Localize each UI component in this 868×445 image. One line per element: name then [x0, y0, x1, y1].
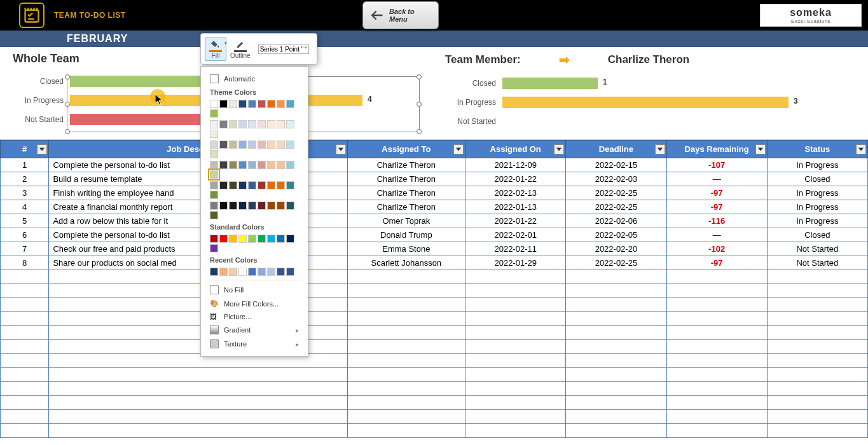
bar-fill[interactable]	[70, 114, 216, 125]
color-swatch[interactable]	[238, 235, 247, 243]
color-swatch[interactable]	[258, 235, 266, 243]
color-swatch[interactable]	[248, 235, 256, 243]
outline-button[interactable]: Outline	[226, 38, 254, 60]
color-swatch[interactable]	[277, 140, 285, 149]
table-row-empty[interactable]	[1, 424, 868, 438]
color-swatch[interactable]	[238, 140, 247, 149]
cell-st[interactable]: In Progress	[767, 158, 867, 172]
color-swatch[interactable]	[219, 140, 228, 149]
cell-on[interactable]: 2022-02-01	[465, 228, 566, 242]
filter-button[interactable]	[554, 144, 564, 154]
color-swatch[interactable]	[267, 268, 275, 276]
back-to-menu-button[interactable]: Back to Menu	[362, 1, 439, 29]
table-row-empty[interactable]	[1, 270, 868, 284]
color-swatch[interactable]	[229, 268, 237, 276]
color-swatch[interactable]	[219, 235, 228, 243]
color-swatch[interactable]	[267, 161, 275, 169]
color-swatch[interactable]	[248, 100, 256, 108]
color-swatch[interactable]	[286, 140, 294, 149]
color-swatch[interactable]	[248, 202, 256, 210]
color-swatch[interactable]	[229, 140, 237, 149]
table-row[interactable]: 7Check our free and paid productsEmma St…	[1, 242, 868, 256]
cell-to[interactable]: Charlize Theron	[347, 158, 465, 172]
table-row-empty[interactable]	[1, 368, 868, 382]
color-swatch[interactable]	[258, 202, 266, 210]
picture-option[interactable]: 🖼Picture...	[206, 310, 303, 323]
cell-days[interactable]: -116	[666, 214, 767, 228]
cell-st[interactable]: Closed	[767, 172, 867, 186]
color-swatch[interactable]	[267, 202, 275, 210]
table-row[interactable]: 1Complete the personal to-do listCharliz…	[1, 158, 868, 172]
color-swatch[interactable]	[229, 181, 237, 189]
cell-on[interactable]: 2022-01-13	[465, 200, 566, 214]
color-swatch[interactable]	[210, 150, 218, 158]
cell-dl[interactable]: 2022-02-15	[566, 158, 666, 172]
table-row[interactable]: 4Create a financial monthly reportCharli…	[1, 200, 868, 214]
cell-to[interactable]: Omer Toprak	[347, 214, 465, 228]
mini-toolbar[interactable]: Fill ▾ Outline Series 1 Point " ˅	[200, 33, 317, 65]
automatic-option[interactable]: Automatic	[206, 72, 303, 86]
color-swatch[interactable]	[210, 170, 218, 179]
cell-n[interactable]: 5	[1, 214, 49, 228]
color-swatch[interactable]	[258, 120, 266, 128]
col-assigned_to[interactable]: Assigned To	[347, 140, 465, 158]
member-chart[interactable]: Team Member: ➡ Charlize Theron Closed1In…	[432, 47, 865, 139]
color-swatch[interactable]	[248, 161, 256, 169]
cell-n[interactable]: 2	[1, 172, 49, 186]
table-row[interactable]: 3Finish writing the employee handCharliz…	[1, 186, 868, 200]
no-fill-option[interactable]: No Fill	[206, 283, 303, 297]
cell-days[interactable]: —	[666, 228, 767, 242]
color-swatch[interactable]	[210, 211, 218, 219]
fill-color-menu[interactable]: Automatic Theme Colors Standard Colors R…	[200, 66, 308, 357]
filter-button[interactable]	[336, 144, 346, 154]
bar-fill[interactable]	[502, 78, 598, 89]
cell-to[interactable]: Emma Stone	[347, 242, 465, 256]
table-row-empty[interactable]	[1, 396, 868, 410]
table-row-empty[interactable]	[1, 312, 868, 326]
fill-button[interactable]: Fill ▾	[205, 38, 226, 61]
color-swatch[interactable]	[210, 120, 218, 128]
col-days[interactable]: Days Remaining	[666, 140, 767, 158]
cell-on[interactable]: 2022-02-13	[465, 186, 566, 200]
filter-button[interactable]	[37, 144, 47, 154]
col-deadline[interactable]: Deadline	[566, 140, 666, 158]
color-swatch[interactable]	[286, 161, 294, 169]
cell-st[interactable]: Not Started	[767, 256, 867, 270]
series-selector[interactable]: Series 1 Point " ˅	[258, 44, 309, 54]
color-swatch[interactable]	[248, 181, 256, 189]
cell-days[interactable]: -102	[666, 242, 767, 256]
cell-n[interactable]: 7	[1, 242, 49, 256]
cell-n[interactable]: 4	[1, 200, 49, 214]
table-row-empty[interactable]	[1, 354, 868, 368]
color-swatch[interactable]	[286, 235, 294, 243]
color-swatch[interactable]	[277, 120, 285, 128]
cell-to[interactable]: Charlize Theron	[347, 186, 465, 200]
cell-days[interactable]: -97	[666, 200, 767, 214]
color-swatch[interactable]	[258, 181, 266, 189]
cell-dl[interactable]: 2022-02-25	[566, 256, 666, 270]
color-swatch[interactable]	[210, 268, 218, 276]
color-swatch[interactable]	[286, 268, 294, 276]
color-swatch[interactable]	[286, 181, 294, 189]
color-swatch[interactable]	[210, 202, 218, 210]
col-status[interactable]: Status	[767, 140, 867, 158]
color-swatch[interactable]	[210, 191, 218, 199]
color-swatch[interactable]	[267, 181, 275, 189]
table-row[interactable]: 8Share our products on social medScarlet…	[1, 256, 868, 270]
cell-st[interactable]: In Progress	[767, 214, 867, 228]
color-swatch[interactable]	[210, 140, 218, 149]
color-swatch[interactable]	[210, 130, 218, 138]
color-swatch[interactable]	[238, 120, 247, 128]
color-swatch[interactable]	[277, 268, 285, 276]
color-swatch[interactable]	[286, 120, 294, 128]
cell-dl[interactable]: 2022-02-06	[566, 214, 666, 228]
cell-to[interactable]: Scarlett Johansson	[347, 256, 465, 270]
color-swatch[interactable]	[258, 268, 266, 276]
cell-n[interactable]: 6	[1, 228, 49, 242]
cell-to[interactable]: Donald Trump	[347, 228, 465, 242]
color-swatch[interactable]	[229, 120, 237, 128]
color-swatch[interactable]	[286, 202, 294, 210]
cell-n[interactable]: 8	[1, 256, 49, 270]
cell-to[interactable]: Charlize Theron	[347, 172, 465, 186]
bar-fill[interactable]	[502, 97, 789, 108]
